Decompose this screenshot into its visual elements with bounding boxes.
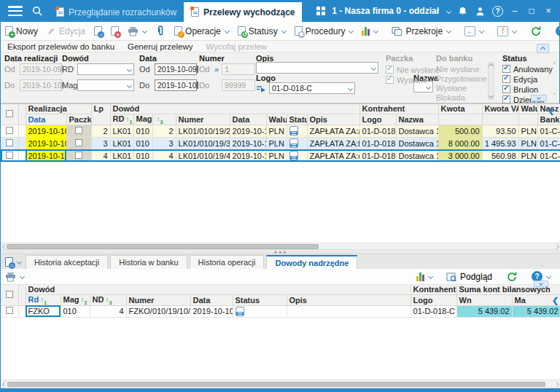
cell-kwota_vat[interactable]: 1 495.93 bbox=[482, 137, 518, 149]
cell-nd[interactable]: 2 bbox=[152, 125, 176, 137]
tab-historia-operacji[interactable]: Historia operacji bbox=[190, 255, 265, 269]
column-header-nd[interactable]: ↑3 bbox=[152, 114, 176, 125]
cell-data2[interactable]: 2019-10-10 bbox=[230, 137, 266, 149]
help-icon[interactable]: ? bbox=[492, 6, 503, 17]
cell-kwota[interactable]: 3 000.00 bbox=[438, 149, 482, 162]
minimize-button[interactable]: – bbox=[510, 6, 520, 16]
panel-scroll-right-icon[interactable]: › bbox=[553, 90, 556, 97]
select-all-checkbox-cell[interactable] bbox=[1, 104, 18, 125]
table-row[interactable]: 2019-10-102LK010102LK01/010/19/22019-10-… bbox=[1, 125, 560, 137]
column-header-nd[interactable]: ND↑3 bbox=[90, 294, 126, 305]
group-header-dowod[interactable]: Dowód bbox=[26, 285, 411, 294]
logo-combo[interactable]: 01-D-018-C bbox=[269, 82, 355, 94]
cell-numer[interactable]: FZKO/010/19/10/4 bbox=[126, 305, 190, 317]
cell-kwota[interactable]: 8 000.00 bbox=[438, 137, 482, 149]
cell-bank[interactable]: 01-C-005 bbox=[537, 149, 560, 162]
column-header-numer[interactable]: Numer bbox=[176, 114, 230, 125]
preview-document-button[interactable]: ○ bbox=[90, 23, 106, 40]
bell-icon[interactable] bbox=[457, 6, 468, 17]
column-header-logo[interactable]: Logo bbox=[411, 294, 456, 305]
status-scroll-down-button[interactable] bbox=[531, 95, 547, 101]
help-button[interactable]: ? bbox=[551, 23, 560, 40]
table-row[interactable]: FZKO0104FZKO/010/19/10/42019-10-1001-D-0… bbox=[1, 305, 560, 317]
column-header-opis[interactable]: Opis bbox=[287, 294, 411, 305]
tab-przelewy-wychodzace[interactable]: Przelewy wychodzące bbox=[184, 2, 302, 22]
refresh-button[interactable] bbox=[526, 23, 546, 40]
column-header-data[interactable]: Data bbox=[190, 294, 233, 305]
cell-nazwa[interactable]: Dostawca 18 bbox=[396, 149, 438, 162]
cell-kwota_vat[interactable]: 560.98 bbox=[482, 149, 518, 162]
do-banku-scrollbar[interactable] bbox=[488, 62, 494, 100]
paczka-option[interactable]: Nie wysłane bbox=[386, 65, 440, 74]
collapse-filter-panel-button[interactable] bbox=[537, 44, 549, 53]
row-checkbox[interactable] bbox=[6, 152, 13, 159]
cell-nd[interactable]: 4 bbox=[152, 149, 176, 162]
opis-combo[interactable] bbox=[256, 62, 378, 74]
cell-data[interactable]: 2019-10-10 bbox=[190, 305, 233, 317]
cell-data[interactable]: 2019-10-10 bbox=[26, 149, 66, 162]
cell-walut[interactable]: PLN bbox=[518, 125, 537, 137]
apps-grid-icon[interactable] bbox=[316, 7, 325, 15]
cell-sel[interactable] bbox=[1, 305, 18, 317]
refresh-button[interactable] bbox=[502, 268, 522, 286]
cell-status[interactable] bbox=[287, 137, 307, 149]
select-all-checkbox-cell[interactable] bbox=[1, 285, 18, 305]
row-checkbox[interactable] bbox=[6, 139, 13, 146]
cell-rd[interactable]: LK01 bbox=[110, 137, 133, 149]
column-header-kwota[interactable] bbox=[438, 114, 482, 125]
panel-scroll-left-icon[interactable]: ‹ bbox=[553, 60, 556, 66]
detail-view-button[interactable]: ○ bbox=[1, 254, 26, 269]
bottom-hscrollbar[interactable] bbox=[1, 380, 560, 388]
cell-sel[interactable] bbox=[1, 137, 18, 149]
group-header-dowod[interactable]: Dowód bbox=[110, 104, 359, 114]
cell-opis[interactable] bbox=[287, 305, 411, 317]
calendar-icon[interactable] bbox=[197, 82, 198, 89]
scrollbar-thumb[interactable] bbox=[7, 382, 545, 387]
column-header-status[interactable]: Status bbox=[233, 294, 287, 305]
attachment-button[interactable] bbox=[151, 23, 170, 40]
column-header-bank[interactable]: Bank bbox=[537, 114, 560, 125]
checkbox-icon[interactable] bbox=[6, 291, 13, 298]
cell-mag[interactable]: 010 bbox=[133, 125, 152, 137]
scrollbar-thumb[interactable] bbox=[7, 244, 319, 249]
do-banku-option[interactable]: Przygotowane bbox=[436, 74, 487, 84]
cell-opis[interactable]: ZAPŁATA ZA:bbb bbox=[307, 137, 359, 149]
calendar-icon[interactable] bbox=[197, 66, 198, 73]
do-banku-option[interactable]: Wysłane bbox=[436, 84, 487, 93]
new-button[interactable]: +Nowy bbox=[1, 23, 42, 40]
panel-layout-button[interactable]: ← bbox=[460, 23, 488, 40]
scroll-left-icon[interactable] bbox=[2, 382, 7, 387]
cell-data2[interactable]: 2019-10-10 bbox=[230, 149, 266, 162]
statuses-button[interactable]: ↺Statusy bbox=[233, 23, 290, 40]
cell-numer[interactable]: LK01/010/19/2 bbox=[176, 125, 230, 137]
paczka-checkbox[interactable] bbox=[75, 139, 82, 146]
column-header-mag[interactable]: Mag↑2 bbox=[61, 294, 90, 305]
cell-logo[interactable]: 01-D-018-C bbox=[359, 137, 396, 149]
do-banku-option[interactable]: Nie wysłane bbox=[436, 65, 487, 74]
cell-kwota_vat[interactable]: 93.50 bbox=[482, 125, 518, 137]
status-option[interactable]: Brulion bbox=[502, 85, 553, 94]
cell-rd[interactable]: LK01 bbox=[110, 125, 133, 137]
cell-opis[interactable]: ZAPŁATA ZA:aaa bbox=[307, 125, 359, 137]
cell-sel[interactable] bbox=[1, 149, 18, 162]
cell-wn[interactable]: 5 439.02 bbox=[456, 305, 512, 317]
column-header-data2[interactable]: Data bbox=[230, 114, 266, 125]
column-header-waluta[interactable]: Waluta bbox=[266, 114, 287, 125]
cell-lp[interactable]: 4 bbox=[91, 149, 110, 162]
column-header-data[interactable]: Data bbox=[26, 114, 66, 125]
cell-waluta[interactable]: PLN bbox=[266, 125, 287, 137]
column-header-paczka[interactable]: Paczka bbox=[66, 114, 91, 125]
cell-mag[interactable]: 010 bbox=[133, 149, 152, 162]
column-header-opis[interactable]: Opis bbox=[307, 114, 359, 125]
group-header-realizacja[interactable]: Realizacja bbox=[26, 104, 91, 114]
cell-status[interactable] bbox=[287, 125, 307, 137]
column-header-lp[interactable]: Lp bbox=[91, 104, 110, 125]
cell-sel[interactable] bbox=[1, 125, 18, 137]
paczka-option[interactable]: Wysłane bbox=[386, 75, 440, 85]
column-header-walut[interactable] bbox=[518, 114, 537, 125]
maximize-button[interactable]: □ bbox=[526, 6, 537, 16]
cell-kwota[interactable]: 500.00 bbox=[438, 125, 482, 137]
cell-status[interactable] bbox=[287, 149, 307, 162]
company-selector[interactable]: 1 - Nasza firma 0 - oddział bbox=[332, 6, 439, 16]
column-header-rd[interactable]: Rd↑1 bbox=[26, 294, 61, 305]
